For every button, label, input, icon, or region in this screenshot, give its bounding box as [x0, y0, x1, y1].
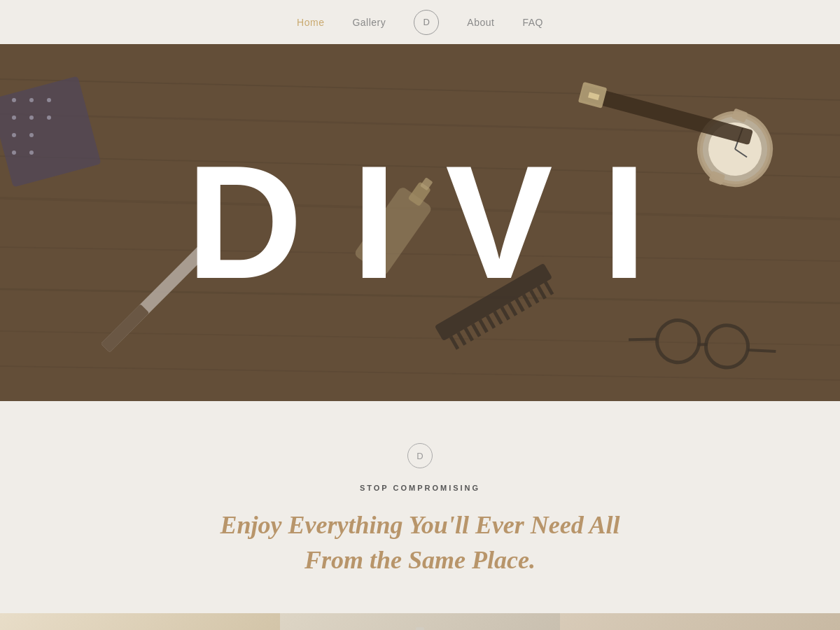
- nav-logo[interactable]: D: [414, 10, 439, 35]
- svg-point-11: [12, 98, 16, 102]
- hero-letter-i: I: [351, 142, 403, 303]
- hero-letter-d: D: [186, 142, 309, 303]
- svg-point-20: [29, 150, 34, 155]
- svg-point-18: [29, 133, 34, 137]
- hero-letter-v: V: [445, 142, 559, 303]
- content-section: D STOP COMPROMISING Enjoy Everything You…: [0, 401, 840, 630]
- hero-letter-i2: I: [602, 142, 654, 303]
- product-cufflinks[interactable]: [0, 613, 280, 630]
- svg-point-17: [12, 133, 16, 137]
- tie-svg: [322, 627, 518, 630]
- svg-point-14: [12, 115, 16, 120]
- main-nav: Home Gallery D About FAQ: [297, 10, 543, 35]
- svg-point-13: [47, 98, 51, 102]
- svg-marker-69: [413, 627, 427, 630]
- header: Home Gallery D About FAQ: [0, 0, 840, 44]
- nav-home[interactable]: Home: [297, 17, 324, 28]
- svg-point-16: [47, 115, 51, 120]
- nav-gallery[interactable]: Gallery: [352, 17, 386, 28]
- svg-point-19: [12, 150, 16, 155]
- content-headline: Enjoy Everything You'll Ever Need All Fr…: [203, 507, 637, 578]
- hero-section: D I V I: [0, 44, 840, 401]
- svg-point-15: [29, 115, 34, 120]
- nav-about[interactable]: About: [467, 17, 494, 28]
- svg-point-12: [29, 98, 34, 102]
- products-row: [0, 613, 840, 630]
- content-logo: D: [407, 443, 433, 468]
- nav-faq[interactable]: FAQ: [522, 17, 543, 28]
- hero-title: D I V I: [186, 142, 653, 303]
- content-eyebrow: STOP COMPROMISING: [360, 484, 480, 492]
- product-watch[interactable]: [560, 613, 840, 630]
- watch-svg: [602, 627, 798, 630]
- product-tie[interactable]: [280, 613, 560, 630]
